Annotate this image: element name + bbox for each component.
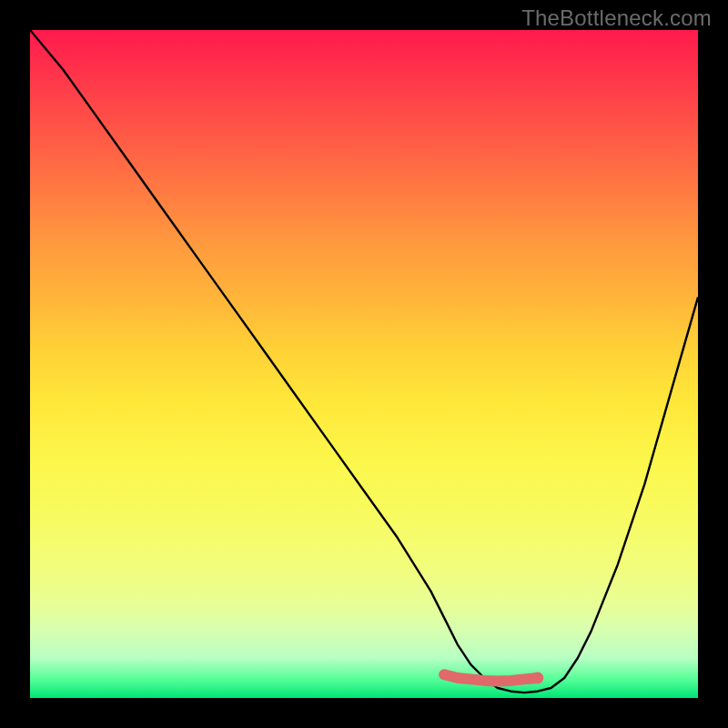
plot-area	[30, 30, 698, 698]
watermark-text: TheBottleneck.com	[521, 5, 712, 31]
marker-band	[444, 674, 538, 681]
chart-frame: TheBottleneck.com	[0, 0, 728, 728]
marker-end-dot	[531, 672, 543, 684]
bottleneck-curve	[30, 30, 698, 693]
curve-layer	[30, 30, 698, 698]
